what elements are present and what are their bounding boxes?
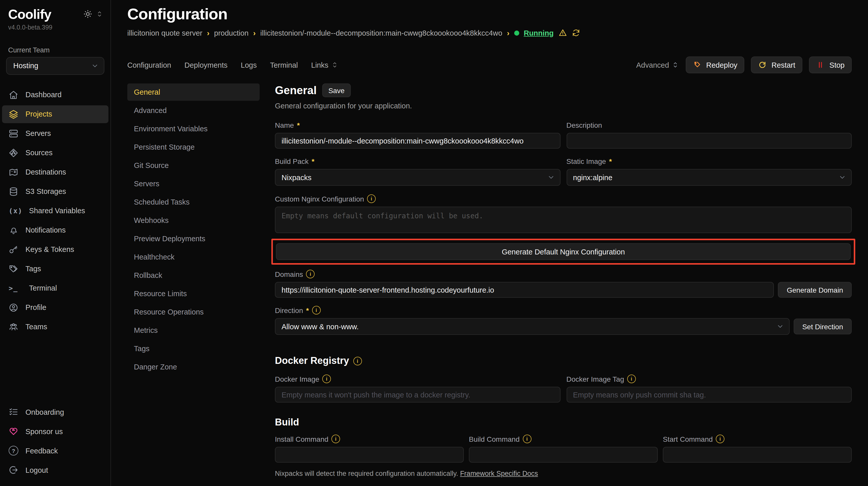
subnav-resource-limits[interactable]: Resource Limits	[127, 285, 260, 302]
advanced-dropdown[interactable]: Advanced	[636, 61, 679, 69]
sidebar-item-destinations[interactable]: Destinations	[2, 163, 108, 181]
tab-configuration[interactable]: Configuration	[127, 58, 171, 72]
chevron-down-icon	[776, 323, 784, 330]
sidebar-item-servers[interactable]: Servers	[2, 124, 108, 142]
framework-docs-link[interactable]: Framework Specific Docs	[460, 470, 538, 477]
subnav-persistent-storage[interactable]: Persistent Storage	[127, 138, 260, 156]
info-icon[interactable]: i	[306, 270, 315, 279]
direction-label: Direction	[275, 306, 303, 314]
coolify-app: Coolify v4.0.0-beta.399 Current Team Hos…	[0, 0, 868, 486]
subnav-metrics[interactable]: Metrics	[127, 322, 260, 339]
install-command-label: Install Command	[275, 435, 328, 443]
info-icon[interactable]: i	[332, 434, 340, 443]
git-fork-diamond-icon	[9, 148, 18, 158]
sidebar-item-label: Notifications	[26, 226, 66, 234]
generate-nginx-button[interactable]: Generate Default Nginx Configuration	[276, 243, 851, 260]
restart-button[interactable]: Restart	[751, 57, 803, 73]
subnav-general[interactable]: General	[127, 84, 260, 101]
nginx-config-textarea[interactable]	[275, 206, 852, 233]
sidebar-item-label: Profile	[26, 303, 46, 312]
sidebar-item-label: S3 Storages	[26, 187, 66, 195]
sidebar-item-s3-storages[interactable]: S3 Storages	[2, 183, 108, 200]
docker-image-tag-input[interactable]	[566, 387, 852, 402]
required-asterisk: *	[306, 306, 309, 314]
docker-image-input[interactable]	[275, 387, 560, 402]
subnav-webhooks[interactable]: Webhooks	[127, 212, 260, 229]
sidebar-item-onboarding[interactable]: Onboarding	[2, 403, 108, 421]
subnav-environment-variables[interactable]: Environment Variables	[127, 120, 260, 137]
chevrons-up-down-icon	[96, 10, 103, 18]
tab-links[interactable]: Links	[311, 58, 339, 72]
sidebar-item-notifications[interactable]: Notifications	[2, 221, 108, 239]
subnav-danger-zone[interactable]: Danger Zone	[127, 358, 260, 376]
subnav-scheduled-tasks[interactable]: Scheduled Tasks	[127, 193, 260, 211]
sidebar-item-terminal[interactable]: >_ Terminal	[2, 279, 108, 297]
install-command-input[interactable]	[275, 447, 464, 462]
status-badge[interactable]: Running	[524, 29, 554, 37]
logout-icon	[9, 465, 18, 475]
team-select-value: Hosting	[13, 62, 38, 70]
subnav-resource-operations[interactable]: Resource Operations	[127, 303, 260, 321]
subnav-preview-deployments[interactable]: Preview Deployments	[127, 230, 260, 247]
subnav-tags[interactable]: Tags	[127, 340, 260, 357]
tab-logs[interactable]: Logs	[241, 58, 257, 72]
sidebar-item-tags[interactable]: Tags	[2, 260, 108, 278]
build-command-input[interactable]	[469, 447, 658, 462]
sidebar-item-projects[interactable]: Projects	[2, 105, 108, 123]
info-icon[interactable]: i	[367, 194, 376, 203]
sidebar-item-sources[interactable]: Sources	[2, 144, 108, 162]
subnav-git-source[interactable]: Git Source	[127, 157, 260, 174]
warning-triangle-icon[interactable]	[558, 29, 567, 37]
sidebar-item-logout[interactable]: Logout	[2, 461, 108, 479]
subnav-advanced[interactable]: Advanced	[127, 102, 260, 119]
info-icon[interactable]: i	[312, 306, 320, 315]
question-circle-icon: ?	[9, 446, 18, 455]
team-select[interactable]: Hosting	[6, 57, 104, 74]
refresh-icon[interactable]	[571, 29, 580, 37]
build-command-label: Build Command	[469, 435, 520, 443]
redeploy-icon	[693, 61, 702, 69]
breadcrumb-project[interactable]: illicitonion quote server	[127, 29, 203, 37]
build-pack-select[interactable]: Nixpacks	[275, 169, 560, 186]
breadcrumb-application[interactable]: illicitestonion/-module--decomposition:m…	[260, 29, 502, 37]
sidebar-item-shared-variables[interactable]: (x) Shared Variables	[2, 202, 108, 220]
subnav-servers[interactable]: Servers	[127, 175, 260, 192]
sidebar-item-teams[interactable]: Teams	[2, 318, 108, 336]
required-asterisk: *	[609, 157, 612, 165]
tab-deployments[interactable]: Deployments	[185, 58, 227, 72]
required-asterisk: *	[297, 121, 300, 129]
layers-icon	[9, 109, 18, 119]
info-icon[interactable]: i	[716, 434, 724, 443]
generate-domain-button[interactable]: Generate Domain	[778, 282, 852, 298]
sidebar-item-sponsor-us[interactable]: Sponsor us	[2, 422, 108, 440]
info-icon[interactable]: i	[627, 375, 636, 383]
info-icon[interactable]: i	[523, 434, 531, 443]
name-input[interactable]	[275, 133, 560, 149]
subnav-rollback[interactable]: Rollback	[127, 267, 260, 284]
redeploy-button[interactable]: Redeploy	[686, 57, 745, 73]
domains-input[interactable]	[275, 282, 774, 298]
description-input[interactable]	[566, 133, 852, 149]
subnav-healthcheck[interactable]: Healthcheck	[127, 248, 260, 266]
sidebar-item-profile[interactable]: Profile	[2, 298, 108, 316]
direction-select[interactable]: Allow www & non-www.	[275, 318, 789, 335]
header-actions: Advanced Redeploy	[636, 57, 852, 73]
tab-terminal[interactable]: Terminal	[270, 58, 298, 72]
set-direction-button[interactable]: Set Direction	[794, 319, 852, 334]
info-icon[interactable]: i	[353, 356, 362, 365]
required-asterisk: *	[312, 157, 314, 165]
sidebar-item-keys-tokens[interactable]: Keys & Tokens	[2, 240, 108, 258]
start-command-input[interactable]	[663, 447, 852, 462]
sidebar-item-feedback[interactable]: ? Feedback	[2, 442, 108, 459]
tabs: Configuration Deployments Logs Terminal …	[127, 58, 339, 72]
sidebar-item-label: Terminal	[29, 284, 57, 292]
sidebar-item-dashboard[interactable]: Dashboard	[2, 86, 108, 103]
save-button[interactable]: Save	[322, 84, 351, 97]
theme-selector[interactable]	[84, 10, 103, 18]
breadcrumb-environment[interactable]: production	[214, 29, 248, 37]
heart-handshake-icon	[9, 426, 18, 436]
static-image-select[interactable]: nginx:alpine	[566, 169, 852, 186]
sidebar-item-label: Servers	[26, 129, 51, 137]
info-icon[interactable]: i	[322, 375, 331, 383]
stop-button[interactable]: Stop	[809, 57, 852, 73]
